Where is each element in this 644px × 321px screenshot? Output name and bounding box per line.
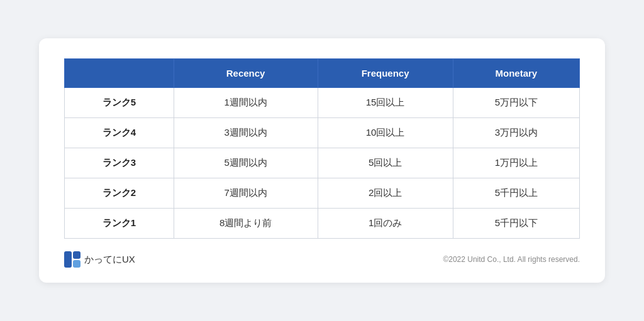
table-wrapper: Recency Frequency Monetary ランク51週間以内15回以… xyxy=(64,58,580,239)
cell-3-2: 2回以上 xyxy=(318,178,453,209)
cell-2-2: 5回以上 xyxy=(318,148,453,178)
rfm-table: Recency Frequency Monetary ランク51週間以内15回以… xyxy=(64,58,580,239)
cell-0-0: ランク5 xyxy=(65,88,174,118)
col-rank-header xyxy=(65,59,174,88)
cell-2-1: 5週間以内 xyxy=(174,148,318,178)
col-monetary-header: Monetary xyxy=(453,59,579,88)
cell-3-1: 7週間以内 xyxy=(174,178,318,209)
cell-3-0: ランク2 xyxy=(65,178,174,209)
cell-4-2: 1回のみ xyxy=(318,209,453,239)
cell-1-2: 10回以上 xyxy=(318,118,453,148)
col-recency-header: Recency xyxy=(174,59,318,88)
table-row: ランク35週間以内5回以上1万円以上 xyxy=(65,148,580,178)
logo-icon xyxy=(64,251,80,268)
svg-rect-2 xyxy=(73,260,80,268)
cell-4-1: 8週間より前 xyxy=(174,209,318,239)
svg-rect-0 xyxy=(64,251,72,268)
footer: かってにUX ©2022 Unitd Co., Ltd. All rights … xyxy=(64,251,580,268)
cell-3-3: 5千円以上 xyxy=(453,178,579,209)
header-row: Recency Frequency Monetary xyxy=(65,59,580,88)
cell-2-0: ランク3 xyxy=(65,148,174,178)
table-header: Recency Frequency Monetary xyxy=(65,59,580,88)
table-row: ランク18週間より前1回のみ5千円以下 xyxy=(65,209,580,239)
col-frequency-header: Frequency xyxy=(318,59,453,88)
table-row: ランク27週間以内2回以上5千円以上 xyxy=(65,178,580,209)
cell-1-1: 3週間以内 xyxy=(174,118,318,148)
svg-rect-1 xyxy=(73,251,80,259)
table-body: ランク51週間以内15回以上5万円以下ランク43週間以内10回以上3万円以内ラン… xyxy=(65,88,580,239)
cell-4-3: 5千円以下 xyxy=(453,209,579,239)
cell-0-2: 15回以上 xyxy=(318,88,453,118)
cell-0-3: 5万円以下 xyxy=(453,88,579,118)
cell-0-1: 1週間以内 xyxy=(174,88,318,118)
table-row: ランク51週間以内15回以上5万円以下 xyxy=(65,88,580,118)
cell-1-3: 3万円以内 xyxy=(453,118,579,148)
logo-text: かってにUX xyxy=(84,254,135,266)
cell-2-3: 1万円以上 xyxy=(453,148,579,178)
main-card: Recency Frequency Monetary ランク51週間以内15回以… xyxy=(39,38,605,283)
table-row: ランク43週間以内10回以上3万円以内 xyxy=(65,118,580,148)
copyright-text: ©2022 Unitd Co., Ltd. All rights reserve… xyxy=(443,255,580,264)
cell-1-0: ランク4 xyxy=(65,118,174,148)
logo-area: かってにUX xyxy=(64,251,135,268)
cell-4-0: ランク1 xyxy=(65,209,174,239)
